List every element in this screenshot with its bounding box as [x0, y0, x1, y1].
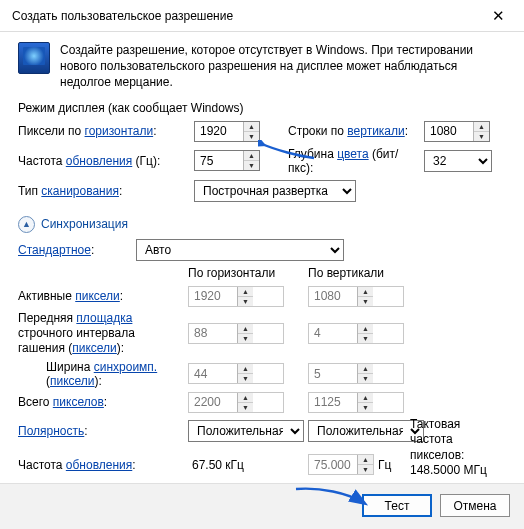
dialog-body: Создайте разрешение, которое отсутствует…: [0, 32, 524, 511]
scan-select[interactable]: Построчная развертка: [194, 180, 356, 202]
syncw-h-input[interactable]: ▲▼: [188, 363, 284, 384]
sync-section: Стандартное: Авто По горизонтали По верт…: [18, 239, 506, 501]
sync-refresh-h: 67.50 кГц: [188, 458, 284, 472]
hpx-up[interactable]: ▲: [244, 122, 259, 132]
scan-label: Тип сканирования:: [18, 184, 186, 198]
total-h-input[interactable]: ▲▼: [188, 392, 284, 413]
window-title: Создать пользовательское разрешение: [12, 9, 476, 23]
active-v-input[interactable]: ▲▼: [308, 286, 404, 307]
polarity-label: Полярность:: [18, 424, 188, 438]
test-button[interactable]: Тест: [362, 494, 432, 517]
active-h-input[interactable]: ▲▼: [188, 286, 284, 307]
intro-text: Создайте разрешение, которое отсутствует…: [60, 42, 506, 91]
standard-label: Стандартное:: [18, 243, 128, 257]
fporch-label: Передняя площадка строчного интервала га…: [18, 311, 188, 356]
polarity-h-select[interactable]: Положительная: [188, 420, 304, 442]
collapse-button[interactable]: ▲: [18, 216, 35, 233]
standard-row: Стандартное: Авто: [18, 239, 506, 261]
total-label: Всего пикселов:: [18, 395, 188, 409]
standard-select[interactable]: Авто: [136, 239, 344, 261]
hpx-input[interactable]: ▲▼: [194, 121, 260, 142]
cancel-button[interactable]: Отмена: [440, 494, 510, 517]
display-mode-label: Режим дисплея (как сообщает Windows): [18, 101, 506, 115]
intro-row: Создайте разрешение, которое отсутствует…: [18, 42, 506, 91]
close-icon: ✕: [492, 7, 505, 25]
refresh-up[interactable]: ▲: [244, 151, 259, 161]
syncw-v-input[interactable]: ▲▼: [308, 363, 404, 384]
scan-link[interactable]: сканирования: [41, 184, 119, 198]
sync-refresh-unit: Гц: [378, 458, 391, 472]
hpx-field[interactable]: [195, 122, 243, 141]
vlines-field[interactable]: [425, 122, 473, 141]
monitor-icon: [18, 42, 50, 74]
fporch-v-input[interactable]: ▲▼: [308, 323, 404, 344]
col-h-header: По горизонтали: [188, 266, 284, 282]
vlines-link[interactable]: вертикали: [347, 124, 404, 138]
standard-link[interactable]: Стандартное: [18, 243, 91, 257]
scan-row: Тип сканирования: Построчная развертка: [18, 180, 506, 202]
close-button[interactable]: ✕: [476, 1, 520, 31]
refresh-link[interactable]: обновления: [66, 154, 132, 168]
depth-label: Глубина цвета (бит/пкс):: [288, 147, 416, 175]
sync-refresh-label: Частота обновления:: [18, 458, 188, 472]
active-label: Активные пиксели:: [18, 289, 188, 303]
vlines-down[interactable]: ▼: [474, 132, 489, 141]
col-v-header: По вертикали: [308, 266, 404, 282]
depth-select[interactable]: 32: [424, 150, 492, 172]
hpx-row: Пиксели по горизонтали: ▲▼ Строки по вер…: [18, 121, 506, 142]
refresh-down[interactable]: ▼: [244, 161, 259, 170]
title-bar: Создать пользовательское разрешение ✕: [0, 0, 524, 32]
fporch-h-input[interactable]: ▲▼: [188, 323, 284, 344]
depth-link[interactable]: цвета: [337, 147, 368, 161]
total-v-input[interactable]: ▲▼: [308, 392, 404, 413]
refresh-label: Частота обновления (Гц):: [18, 154, 186, 168]
refresh-row: Частота обновления (Гц): ▲▼ Глубина цвет…: [18, 147, 506, 175]
refresh-field[interactable]: [195, 151, 243, 170]
pixclk-block: Тактовая частота пикселов: 148.5000 МГц: [404, 417, 506, 479]
syncw-label: Ширина синхроимп. (пиксели):: [18, 360, 188, 388]
sync-refresh-v-input[interactable]: ▲▼: [308, 454, 374, 475]
sync-title: Синхронизация: [41, 217, 128, 231]
refresh-input[interactable]: ▲▼: [194, 150, 260, 171]
hpx-down[interactable]: ▼: [244, 132, 259, 141]
hpx-label: Пиксели по горизонтали:: [18, 124, 186, 138]
vlines-label: Строки по вертикали:: [288, 124, 416, 138]
hpx-link[interactable]: горизонтали: [85, 124, 154, 138]
sync-header: ▲ Синхронизация: [18, 216, 506, 233]
sync-grid: По горизонтали По вертикали Активные пик…: [18, 266, 506, 501]
dialog-footer: Тест Отмена: [0, 483, 524, 529]
vlines-up[interactable]: ▲: [474, 122, 489, 132]
pixclk-value: 148.5000 МГц: [410, 463, 487, 477]
vlines-input[interactable]: ▲▼: [424, 121, 490, 142]
